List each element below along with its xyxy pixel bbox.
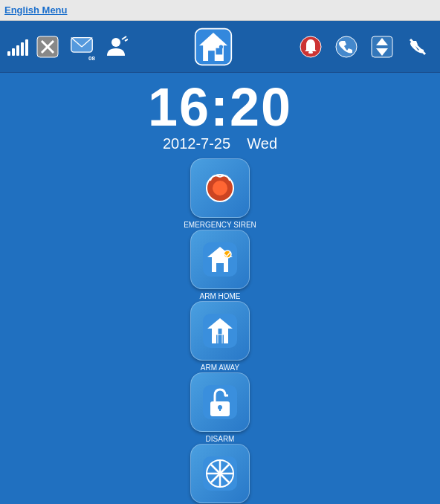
emergency-siren-label: EMERGENCY SIREN	[184, 221, 256, 230]
status-right-icons	[296, 30, 433, 63]
app-emergency-siren[interactable]: EMERGENCY SIREN	[184, 158, 256, 230]
signal-icon	[7, 38, 28, 56]
app-arm-home[interactable]: ARM HOME	[184, 230, 256, 301]
disarm-icon	[190, 372, 250, 432]
arm-home-label: ARM HOME	[200, 292, 241, 301]
svg-rect-31	[218, 329, 222, 335]
svg-rect-26	[216, 263, 224, 272]
phone-off-icon	[403, 30, 433, 63]
svg-point-6	[111, 38, 120, 47]
status-left-icons: 08	[7, 30, 131, 63]
phone-icon	[331, 30, 361, 63]
svg-rect-38	[219, 407, 221, 411]
status-icon	[367, 30, 397, 63]
svg-rect-15	[308, 51, 313, 54]
menu-bar-label[interactable]: English Menu	[4, 4, 68, 16]
svg-rect-12	[216, 48, 222, 54]
status-bar: 08	[0, 21, 440, 73]
clock-display: 16:20 2012-7-25 Wed	[148, 80, 292, 152]
main-content: 16:20 2012-7-25 Wed EMERGENCY SIREN	[0, 73, 440, 504]
no-signal-icon	[33, 30, 62, 63]
person-icon	[101, 30, 131, 63]
svg-point-16	[309, 39, 312, 42]
emergency-siren-icon	[190, 158, 250, 218]
arm-home-icon	[190, 230, 250, 289]
svg-point-23	[213, 181, 227, 196]
svg-point-17	[336, 36, 357, 57]
svg-rect-11	[208, 51, 215, 61]
sms-icon: 08	[67, 30, 97, 63]
menu-bar: English Menu	[0, 0, 440, 21]
arm-away-label: ARM AWAY	[201, 364, 239, 372]
app-menu[interactable]: MENU	[184, 444, 256, 504]
svg-line-8	[125, 39, 128, 41]
svg-point-13	[219, 45, 223, 48]
app-grid-row1: EMERGENCY SIREN ARM HOME	[184, 158, 256, 504]
home-center-icon	[191, 25, 236, 69]
menu-icon	[190, 444, 250, 503]
clock-date: 2012-7-25 Wed	[148, 135, 292, 152]
svg-line-7	[122, 36, 126, 39]
arm-away-icon	[190, 301, 250, 361]
alarm-icon	[296, 30, 326, 63]
disarm-label: DISARM	[206, 435, 235, 444]
app-arm-away[interactable]: ARM AWAY	[184, 301, 256, 372]
app-disarm[interactable]: DISARM	[184, 372, 256, 444]
clock-time: 16:20	[148, 80, 292, 134]
